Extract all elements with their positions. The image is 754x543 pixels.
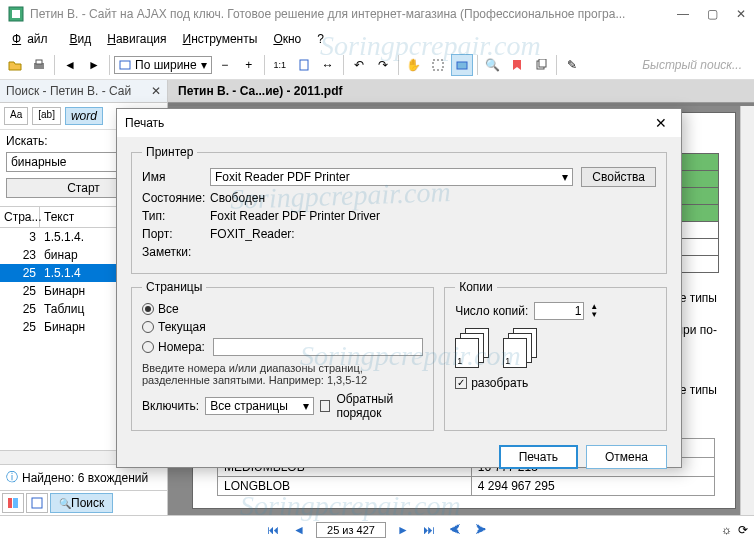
svg-rect-11 [32,498,42,508]
pages-hint: Введите номера и/или диапазоны страниц, … [142,362,423,386]
printer-select[interactable]: Foxit Reader PDF Printer▾ [210,168,573,186]
print-icon[interactable] [28,54,50,76]
history-icon[interactable]: ⟳ [738,523,748,537]
radio-numbers[interactable] [142,341,154,353]
nav-fwd-icon[interactable]: ⮞ [472,521,490,539]
close-button[interactable]: ✕ [736,7,746,21]
svg-rect-3 [120,61,130,69]
page-numbers-input[interactable] [213,338,423,356]
collate-preview: 321 321 [455,328,656,368]
menu-tools[interactable]: Инструменты [177,30,264,48]
brightness-icon[interactable]: ☼ [721,523,732,537]
regex-button[interactable]: [ab] [32,107,61,125]
rotate-left-icon[interactable]: ↶ [348,54,370,76]
open-icon[interactable] [4,54,26,76]
v-scrollbar[interactable] [740,106,754,515]
radio-current[interactable] [142,321,154,333]
print-button[interactable]: Печать [499,445,578,469]
zoom-in-icon[interactable]: + [238,54,260,76]
actual-size-icon[interactable]: 1:1 [269,54,291,76]
tab-thumbs-icon[interactable] [26,493,48,513]
select-icon[interactable] [427,54,449,76]
properties-button[interactable]: Свойства [581,167,656,187]
radio-all[interactable] [142,303,154,315]
minimize-button[interactable]: — [677,7,689,21]
collate-checkbox[interactable] [455,377,467,389]
sidebar-tab: Поиск - Петин В. - Сай✕ [0,80,167,103]
copy-icon[interactable] [530,54,552,76]
first-page-icon[interactable]: ⏮ [264,521,282,539]
tab-outline-icon[interactable] [2,493,24,513]
menu-view[interactable]: Вид [64,30,98,48]
menu-file[interactable]: Файл [6,30,60,48]
dialog-title: Печать [125,116,649,130]
svg-rect-5 [433,60,443,70]
menu-window[interactable]: Окно [267,30,307,48]
zoom-out-icon[interactable]: − [214,54,236,76]
copies-input[interactable] [534,302,584,320]
rotate-right-icon[interactable]: ↷ [372,54,394,76]
hand-icon[interactable]: ✋ [403,54,425,76]
dialog-close-icon[interactable]: ✕ [649,115,673,131]
zoom-mode-select[interactable]: По ширине ▾ [114,56,212,74]
fit-page-icon[interactable] [293,54,315,76]
snapshot-icon[interactable] [451,54,473,76]
reverse-checkbox[interactable] [320,400,330,412]
chevron-down-icon: ▾ [562,170,568,184]
include-select[interactable]: Все страницы▾ [205,397,314,415]
info-icon: ⓘ [6,469,18,486]
tab-search-button[interactable]: 🔍 Поиск [50,493,113,513]
name-label: Имя [142,170,210,184]
print-dialog: Печать ✕ Принтер Имя Foxit Reader PDF Pr… [116,108,682,468]
menu-help[interactable]: ? [311,30,330,48]
spinner-icon[interactable]: ▲▼ [590,303,598,319]
titlebar: Петин В. - Сайт на AJAX под ключ. Готово… [0,0,754,28]
bookmark-icon[interactable] [506,54,528,76]
menu-navigation[interactable]: Навигация [101,30,172,48]
quick-search-input[interactable]: Быстрый поиск... [642,58,742,72]
sidebar-close-icon[interactable]: ✕ [151,84,161,98]
cancel-button[interactable]: Отмена [586,445,667,469]
fit-width-icon[interactable]: ↔ [317,54,339,76]
printer-fieldset: Принтер Имя Foxit Reader PDF Printer▾ Св… [131,145,667,274]
statusbar: ⏮ ◄ 25 из 427 ► ⏭ ⮜ ⮞ ☼ ⟳ [0,515,754,543]
copies-fieldset: Копии Число копий: ▲▼ 321 321 разобрать [444,280,667,431]
match-case-button[interactable]: Aa [4,107,28,125]
window-title: Петин В. - Сайт на AJAX под ключ. Готово… [30,7,677,21]
menubar: Файл Вид Навигация Инструменты Окно ? [0,28,754,50]
maximize-button[interactable]: ▢ [707,7,718,21]
sidebar-bottom-tabs: 🔍 Поиск [0,490,167,515]
page-indicator[interactable]: 25 из 427 [316,522,386,538]
app-icon [8,6,24,22]
svg-rect-6 [457,62,467,69]
text-fragment: при по- [677,323,717,337]
nav-back-icon[interactable]: ⮜ [446,521,464,539]
highlight-icon[interactable]: ✎ [561,54,583,76]
svg-rect-2 [36,60,42,64]
svg-rect-9 [8,498,12,508]
pages-fieldset: Страницы Все Текущая Номера: Введите ном… [131,280,434,431]
prev-icon[interactable]: ◄ [59,54,81,76]
next-icon[interactable]: ► [83,54,105,76]
fit-width-icon [119,59,131,71]
svg-rect-4 [300,60,308,70]
prev-page-icon[interactable]: ◄ [290,521,308,539]
next-page-icon[interactable]: ► [394,521,412,539]
find-icon[interactable]: 🔍 [482,54,504,76]
toolbar: ◄ ► По ширине ▾ − + 1:1 ↔ ↶ ↷ ✋ 🔍 ✎ Быст… [0,50,754,80]
whole-word-button[interactable]: word [65,107,103,125]
svg-rect-10 [13,498,18,508]
last-page-icon[interactable]: ⏭ [420,521,438,539]
document-tab[interactable]: Петин В. - Са...ие) - 2011.pdf [168,80,754,103]
svg-rect-8 [539,59,546,67]
